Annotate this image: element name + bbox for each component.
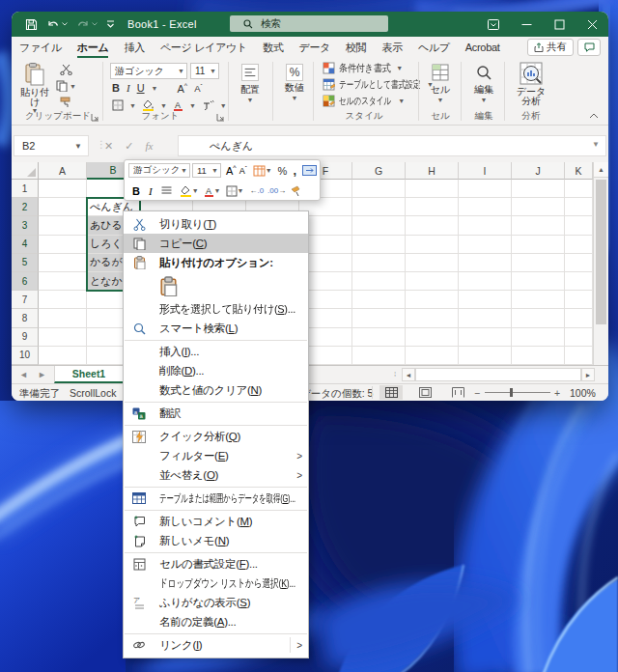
cell-G9[interactable] [352,328,406,347]
row-header-2[interactable]: 2 [12,198,39,216]
insert-function-icon[interactable]: fx [145,140,153,152]
font-size-combo[interactable]: 11▼ [190,63,219,79]
cell-J3[interactable] [512,216,565,235]
cell-A6[interactable] [39,272,87,291]
cell-A4[interactable] [39,236,87,254]
ribbon-tab-other-7[interactable]: 表示 [374,37,409,58]
cell-I2[interactable] [459,198,512,216]
cell-G6[interactable] [352,272,406,291]
cell-A7[interactable] [39,291,87,309]
menu-item-5[interactable]: スマート検索(L) [124,319,308,338]
cell-H7[interactable] [406,291,459,309]
menu-item-13[interactable]: クイック分析(Q) [124,427,308,446]
cell-I8[interactable] [459,309,512,327]
cell-A1[interactable] [39,180,87,198]
menu-item-23[interactable]: ドロップダウン リストから選択(K)... [124,574,308,593]
cell-H9[interactable] [406,328,459,347]
share-button[interactable]: 共有 [527,39,574,56]
paste-button[interactable]: 貼り付け ▼ [15,62,54,114]
ribbon-tab-other-3[interactable]: ページ レイアウト [153,37,255,58]
menu-item-7[interactable]: 挿入(I)... [124,342,308,361]
cell-J2[interactable] [512,198,565,216]
name-box[interactable]: B2▼ [14,135,89,156]
sheet-nav-right-icon[interactable]: ► [38,370,46,379]
font-dialog-launcher[interactable] [216,113,225,122]
number-button[interactable]: % 数値 ▼ [280,64,309,101]
column-header-A[interactable]: A [39,162,87,180]
cell-J8[interactable] [512,309,565,327]
tab-scrollbar-splitter[interactable]: ⁞ [394,370,396,378]
mini-fill-color-button[interactable] [180,185,192,197]
cell-J7[interactable] [512,291,565,309]
cell-K2[interactable] [565,198,593,216]
close-button[interactable] [576,12,608,37]
mini-font-name-combo[interactable]: 游ゴシック▼ [128,163,190,178]
cell-G10[interactable] [352,347,406,365]
vertical-scrollbar[interactable]: ▲ [593,162,608,365]
cell-I7[interactable] [459,291,512,309]
row-header-7[interactable]: 7 [12,291,39,309]
cell-H6[interactable] [406,272,459,291]
cell-K6[interactable] [565,272,593,291]
editing-button[interactable]: 編集 ▼ [467,64,500,103]
menu-item-27[interactable]: リンク(I)> [124,635,308,655]
cell-K10[interactable] [565,347,593,365]
menu-item-4[interactable]: 形式を選択して貼り付け(S)... [124,299,308,319]
redo-button[interactable] [76,18,98,30]
bold-button[interactable]: B [112,82,120,94]
sheet-tab[interactable]: Sheet1 [54,366,124,383]
zoom-level[interactable]: 100% [570,387,596,399]
formula-input[interactable]: ぺんぎん [178,135,606,156]
cell-A10[interactable] [39,347,87,365]
normal-view-button[interactable] [379,385,403,400]
mini-decrease-decimal-button[interactable]: ←.0 [249,186,264,195]
menu-item-24[interactable]: アふりがなの表示(S) [124,593,308,612]
cell-H4[interactable] [406,236,459,254]
cell-G7[interactable] [352,291,406,309]
customize-qat-icon[interactable] [106,20,115,28]
menu-item-17[interactable]: テーブルまたは範囲からデータを取得(G)... [124,489,308,508]
menu-item-19[interactable]: 新しいコメント(M) [124,512,308,531]
cell-K9[interactable] [565,328,593,347]
increase-font-button[interactable]: A^ [178,82,188,95]
cell-I3[interactable] [459,216,512,235]
data-analysis-button[interactable]: データ 分析 [510,62,552,106]
scroll-up-icon[interactable]: ▲ [594,162,608,178]
cell-A8[interactable] [39,309,87,327]
cell-I4[interactable] [459,236,512,254]
ribbon-tab-other-4[interactable]: 数式 [255,37,291,58]
decrease-font-button[interactable]: Aˇ [194,83,202,94]
mini-increase-decimal-button[interactable]: .00→ [267,186,286,195]
row-header-1[interactable]: 1 [12,180,39,198]
sheet-nav-left-icon[interactable]: ◄ [19,370,28,379]
mini-merge-button[interactable] [302,165,317,176]
ribbon-tab-other-9[interactable]: Acrobat [458,37,508,58]
save-icon[interactable] [25,18,38,31]
cell-I6[interactable] [459,272,512,291]
ribbon-tab-other-8[interactable]: ヘルプ [410,37,458,58]
cell-H5[interactable] [406,254,459,272]
mini-comma-button[interactable]: , [293,163,296,178]
cell-A3[interactable] [39,216,87,235]
undo-button[interactable] [46,18,68,30]
cell-K5[interactable] [565,254,593,272]
cell-J1[interactable] [512,180,565,198]
cell-K4[interactable] [565,236,593,254]
cell-H1[interactable] [406,180,459,198]
cell-K1[interactable] [565,180,593,198]
zoom-slider-thumb[interactable] [510,388,513,397]
format-as-table-button[interactable]: テーブルとして書式設定▼ [323,78,434,91]
cell-J6[interactable] [512,272,565,291]
mini-font-color-button[interactable]: A [204,185,214,197]
maximize-button[interactable] [543,12,576,37]
page-layout-view-button[interactable] [413,385,436,400]
ribbon-tab-file[interactable]: ファイル [12,37,70,58]
cell-A9[interactable] [39,328,87,347]
mini-borders-button[interactable] [226,185,238,197]
column-header-I[interactable]: I [459,162,512,180]
cell-G5[interactable] [352,254,406,272]
menu-item-8[interactable]: 削除(D)... [124,361,308,380]
menu-item-22[interactable]: セルの書式設定(F)... [124,554,308,574]
cell-I5[interactable] [459,254,512,272]
ribbon-tab-other-5[interactable]: データ [291,37,338,58]
